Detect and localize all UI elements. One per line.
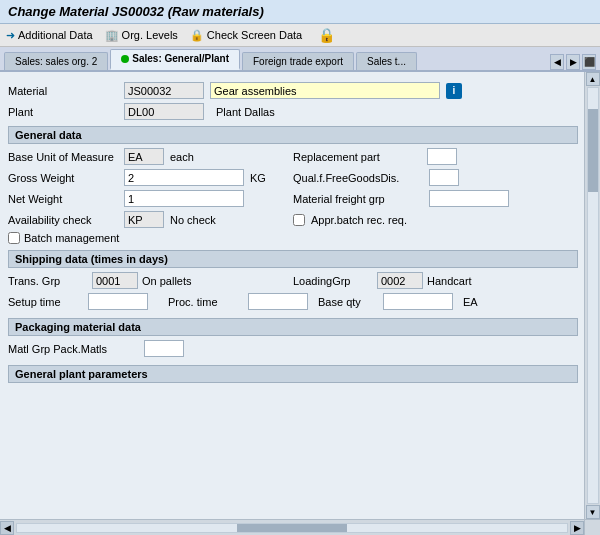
tab-sales-general-plant[interactable]: Sales: General/Plant [110, 49, 240, 70]
base-uom-row: Base Unit of Measure each Replacement pa… [8, 148, 578, 165]
scroll-down-btn[interactable]: ▼ [586, 505, 600, 519]
tab-foreign-trade[interactable]: Foreign trade export [242, 52, 354, 70]
appr-batch-checkbox[interactable] [293, 214, 305, 226]
base-uom-input[interactable] [124, 148, 164, 165]
qual-free-goods-input[interactable] [429, 169, 459, 186]
matl-grp-label: Matl Grp Pack.Matls [8, 343, 138, 355]
tab-nav-right[interactable]: ▶ [566, 54, 580, 70]
toolbar: ➜ Additional Data 🏢 Org. Levels 🔒 Check … [0, 24, 600, 47]
tab-sales-org2[interactable]: Sales: sales org. 2 [4, 52, 108, 70]
scroll-right-btn[interactable]: ▶ [570, 521, 584, 535]
replacement-part-label: Replacement part [293, 151, 423, 163]
plant-row: Plant Plant Dallas [8, 103, 578, 120]
net-weight-input[interactable] [124, 190, 244, 207]
base-qty-input[interactable] [383, 293, 453, 310]
shipping-data-header: Shipping data (times in days) [8, 250, 578, 268]
material-label: Material [8, 85, 118, 97]
setup-time-label: Setup time [8, 296, 78, 308]
plant-input[interactable] [124, 103, 204, 120]
proc-time-label: Proc. time [168, 296, 238, 308]
plant-description: Plant Dallas [216, 106, 275, 118]
shipping-row1: Trans. Grp On pallets LoadingGrp Handcar… [8, 272, 578, 289]
loading-grp-desc: Handcart [427, 275, 472, 287]
toolbar-org-levels[interactable]: 🏢 Org. Levels [105, 29, 178, 42]
appr-batch-label: Appr.batch rec. req. [311, 214, 407, 226]
plant-label: Plant [8, 106, 118, 118]
matl-grp-input[interactable] [144, 340, 184, 357]
tab-active-indicator [121, 55, 129, 63]
tab-nav-expand[interactable]: ⬛ [582, 54, 596, 70]
bottom-scrollbar: ◀ ▶ [0, 519, 600, 535]
lock-icon: 🔒 [318, 27, 335, 43]
proc-time-input[interactable] [248, 293, 308, 310]
shipping-row2: Setup time Proc. time Base qty EA [8, 293, 578, 310]
check-icon: 🔒 [190, 29, 204, 42]
qual-free-goods-label: Qual.f.FreeGoodsDis. [293, 172, 423, 184]
trans-grp-label: Trans. Grp [8, 275, 88, 287]
base-uom-desc: each [170, 151, 194, 163]
availability-check-row: Availability check No check Appr.batch r… [8, 211, 578, 228]
batch-mgmt-row: Batch management [8, 232, 578, 244]
arrow-icon: ➜ [6, 29, 15, 42]
tab-sales-t[interactable]: Sales t... [356, 52, 417, 70]
batch-mgmt-checkbox[interactable] [8, 232, 20, 244]
toolbar-check-screen[interactable]: 🔒 Check Screen Data [190, 29, 302, 42]
material-freight-input[interactable] [429, 190, 509, 207]
toolbar-additional-data[interactable]: ➜ Additional Data [6, 29, 93, 42]
base-qty-unit: EA [463, 296, 478, 308]
base-uom-label: Base Unit of Measure [8, 151, 118, 163]
avail-check-desc: No check [170, 214, 216, 226]
vertical-scrollbar[interactable]: ▲ ▼ [584, 72, 600, 519]
net-weight-label: Net Weight [8, 193, 118, 205]
replacement-part-input[interactable] [427, 148, 457, 165]
title-bar: Change Material JS00032 (Raw materials) [0, 0, 600, 24]
scroll-left-btn[interactable]: ◀ [0, 521, 14, 535]
tab-nav-left[interactable]: ◀ [550, 54, 564, 70]
avail-check-input[interactable] [124, 211, 164, 228]
loading-grp-input[interactable] [377, 272, 423, 289]
material-row: Material i [8, 82, 578, 99]
trans-grp-input[interactable] [92, 272, 138, 289]
material-freight-label: Material freight grp [293, 193, 423, 205]
trans-grp-desc: On pallets [142, 275, 192, 287]
main-content: Material i Plant Plant Dallas General da… [0, 72, 584, 519]
tabs-bar: Sales: sales org. 2 Sales: General/Plant… [0, 47, 600, 72]
packaging-data-header: Packaging material data [8, 318, 578, 336]
gross-weight-input[interactable] [124, 169, 244, 186]
material-input[interactable] [124, 82, 204, 99]
gross-weight-row: Gross Weight KG Qual.f.FreeGoodsDis. [8, 169, 578, 186]
general-data-header: General data [8, 126, 578, 144]
scroll-up-btn[interactable]: ▲ [586, 72, 600, 86]
material-description-input[interactable] [210, 82, 440, 99]
general-plant-header: General plant parameters [8, 365, 578, 383]
net-weight-row: Net Weight Material freight grp [8, 190, 578, 207]
batch-mgmt-label: Batch management [24, 232, 119, 244]
base-qty-label: Base qty [318, 296, 373, 308]
loading-grp-label: LoadingGrp [293, 275, 373, 287]
packaging-row: Matl Grp Pack.Matls [8, 340, 578, 357]
setup-time-input[interactable] [88, 293, 148, 310]
gross-weight-unit: KG [250, 172, 270, 184]
org-icon: 🏢 [105, 29, 119, 42]
avail-check-label: Availability check [8, 214, 118, 226]
gross-weight-label: Gross Weight [8, 172, 118, 184]
tab-nav: ◀ ▶ ⬛ [550, 54, 596, 70]
info-icon-btn[interactable]: i [446, 83, 462, 99]
